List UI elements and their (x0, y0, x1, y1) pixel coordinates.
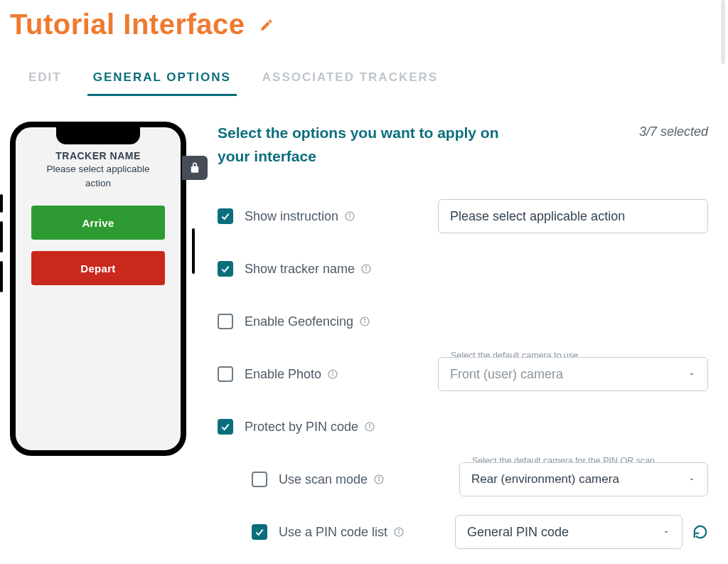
checkbox-use-scan-mode[interactable] (252, 472, 267, 487)
tab-bar: EDIT GENERAL OPTIONS ASSOCIATED TRACKERS (0, 41, 728, 89)
checkbox-use-pin-list[interactable] (252, 524, 267, 540)
svg-point-2 (350, 214, 350, 215)
label-show-instruction: Show instruction (245, 209, 338, 224)
pin-list-select-value: General PIN code (467, 525, 569, 540)
checkbox-enable-geofencing[interactable] (218, 314, 233, 329)
phone-side-button (0, 261, 3, 292)
page-title: Tutorial Interface (10, 9, 245, 41)
tab-edit[interactable]: EDIT (27, 66, 63, 89)
pin-scan-camera-value: Rear (environment) camera (471, 472, 619, 486)
info-icon[interactable] (327, 368, 338, 380)
phone-side-button (0, 221, 3, 252)
preview-instruction-line: Please select applicable (24, 163, 172, 176)
info-icon[interactable] (373, 474, 385, 485)
info-icon[interactable] (344, 211, 355, 222)
label-enable-geofencing: Enable Geofencing (245, 314, 353, 329)
preview-tracker-name: TRACKER NAME (24, 150, 172, 161)
pin-scan-camera-select[interactable]: Rear (environment) camera (459, 462, 708, 496)
pencil-icon[interactable] (259, 18, 274, 32)
svg-point-20 (399, 530, 400, 531)
scrollbar-track[interactable] (721, 0, 725, 64)
label-show-tracker-name: Show tracker name (245, 262, 355, 277)
svg-point-17 (379, 477, 380, 478)
checkbox-enable-photo[interactable] (218, 366, 233, 382)
info-icon[interactable] (364, 421, 375, 432)
label-use-scan-mode: Use scan mode (279, 472, 368, 487)
phone-side-button (0, 194, 3, 213)
selected-count: 3/7 selected (639, 122, 708, 139)
chevron-down-icon (687, 475, 696, 484)
phone-notch (56, 126, 140, 144)
svg-point-8 (365, 319, 365, 320)
preview-depart-button: Depart (31, 251, 165, 285)
phone-preview: TRACKER NAME Please select applicable ac… (9, 122, 186, 456)
chevron-down-icon (687, 370, 696, 378)
camera-select-value: Front (user) camera (450, 367, 563, 382)
phone-side-button (192, 228, 195, 274)
tab-general-options[interactable]: GENERAL OPTIONS (92, 66, 232, 89)
chevron-down-icon (662, 528, 670, 536)
info-icon[interactable] (359, 316, 370, 327)
svg-point-11 (333, 372, 333, 373)
info-icon[interactable] (393, 526, 405, 538)
pin-list-select[interactable]: General PIN code (455, 515, 682, 549)
tab-associated-trackers[interactable]: ASSOCIATED TRACKERS (261, 66, 439, 89)
svg-point-14 (370, 425, 370, 425)
checkbox-show-tracker-name[interactable] (218, 261, 233, 277)
checkbox-show-instruction[interactable] (218, 208, 233, 224)
refresh-icon[interactable] (692, 524, 708, 540)
preview-instruction-line: action (24, 177, 172, 190)
preview-arrive-button: Arrive (31, 206, 165, 240)
instruction-input[interactable] (438, 199, 708, 233)
svg-point-5 (366, 267, 367, 267)
lock-icon[interactable] (182, 156, 208, 180)
camera-select[interactable]: Front (user) camera (438, 357, 708, 391)
checkbox-protect-pin[interactable] (218, 419, 233, 435)
label-use-pin-list: Use a PIN code list (279, 525, 387, 540)
info-icon[interactable] (360, 263, 372, 275)
label-enable-photo: Enable Photo (245, 367, 321, 382)
section-title: Select the options you want to apply on … (218, 122, 516, 168)
label-protect-pin: Protect by PIN code (245, 420, 358, 435)
